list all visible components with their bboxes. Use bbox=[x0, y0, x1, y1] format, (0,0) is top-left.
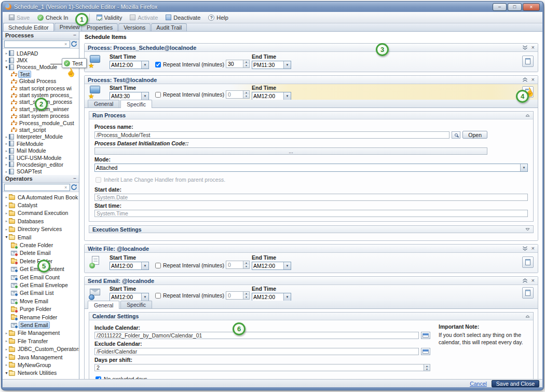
spin-down-icon[interactable]: ▼ bbox=[243, 94, 249, 98]
tree-item[interactable]: ▸Java Management bbox=[3, 353, 79, 361]
deactivate-button[interactable]: Deactivate bbox=[162, 13, 204, 22]
panel-header[interactable]: Process: Test@localnode × bbox=[85, 76, 538, 84]
operators-panel-header[interactable]: Operators− bbox=[3, 175, 79, 183]
tree-item[interactable]: ▸Procsdesign_editor bbox=[3, 161, 79, 168]
inherit-lane-change-checkbox[interactable]: Inherit Lane Change Handler from parent … bbox=[94, 177, 528, 183]
item-notes-button[interactable] bbox=[522, 287, 534, 299]
tree-item[interactable]: ▸Databases bbox=[3, 217, 79, 225]
tree-item[interactable]: Create Folder bbox=[3, 241, 79, 249]
tree-item[interactable]: ▾Email bbox=[3, 233, 79, 241]
expand-arrow-icon[interactable]: ▸ bbox=[4, 362, 9, 367]
start-time-combo[interactable]: ▼ bbox=[110, 92, 149, 100]
tab-schedule-editor[interactable]: Schedule Editor bbox=[3, 23, 54, 31]
item-notes-button[interactable] bbox=[522, 256, 534, 268]
remove-item-icon[interactable]: × bbox=[532, 77, 535, 83]
tab-specific[interactable]: Specific bbox=[120, 100, 152, 108]
save-button[interactable]: Save bbox=[5, 13, 33, 22]
chevron-double-up-icon[interactable] bbox=[522, 278, 528, 283]
interval-spinner[interactable]: ▲▼ bbox=[226, 90, 250, 99]
titlebar[interactable]: Schedule_1 (Version 1)-Schedule Editor -… bbox=[3, 2, 542, 12]
maximize-button[interactable]: □ bbox=[508, 3, 522, 11]
tree-item[interactable]: ▸CA Automated Run Book bbox=[3, 193, 79, 201]
dropdown-arrow-icon[interactable]: ▼ bbox=[141, 293, 148, 301]
spin-up-icon[interactable]: ▲ bbox=[243, 91, 249, 94]
tree-item[interactable]: ▸JDBC_Custom_Operators bbox=[3, 345, 79, 353]
start-time-input[interactable] bbox=[94, 210, 528, 217]
expand-arrow-icon[interactable]: ▸ bbox=[4, 219, 9, 223]
remove-item-icon[interactable]: × bbox=[532, 278, 535, 283]
refresh-icon[interactable] bbox=[71, 40, 77, 47]
tree-item[interactable]: ▸LDAPAD bbox=[3, 50, 79, 57]
save-and-close-button[interactable]: Save and Close bbox=[492, 380, 539, 387]
expand-arrow-icon[interactable]: ▸ bbox=[4, 203, 9, 208]
expand-arrow-icon[interactable]: ▸ bbox=[4, 51, 9, 56]
help-button[interactable]: ?Help bbox=[205, 13, 232, 22]
dataset-init-code-field[interactable]: ... bbox=[94, 147, 487, 155]
remove-item-icon[interactable]: × bbox=[532, 246, 535, 251]
tree-item[interactable]: Rename Folder bbox=[3, 313, 79, 321]
tree-item[interactable]: ▸Command Execution bbox=[3, 209, 79, 217]
tree-item[interactable]: ▸MyNewGroup bbox=[3, 361, 79, 369]
collapse-panel-icon[interactable]: − bbox=[73, 33, 76, 38]
expand-arrow-icon[interactable]: ▸ bbox=[4, 162, 9, 167]
expand-section-icon[interactable] bbox=[525, 228, 530, 231]
start-date-input[interactable] bbox=[94, 194, 528, 201]
check-in-button[interactable]: ✓Check In bbox=[34, 13, 72, 22]
end-time-combo[interactable]: ▼ bbox=[252, 92, 291, 100]
start-time-combo[interactable]: ▼ bbox=[110, 293, 149, 301]
interval-spinner[interactable]: ▲▼ bbox=[226, 60, 250, 68]
end-time-combo[interactable]: ▼ bbox=[252, 262, 291, 270]
minimize-button[interactable]: – bbox=[493, 3, 507, 11]
operator-search-input[interactable] bbox=[4, 184, 70, 191]
mode-select[interactable]: ▼ bbox=[94, 164, 528, 172]
validity-button[interactable]: Validity bbox=[93, 13, 126, 22]
dropdown-arrow-icon[interactable]: ▼ bbox=[520, 164, 527, 171]
tab-versions[interactable]: Versions bbox=[118, 23, 151, 31]
collapse-arrow-icon[interactable]: ▾ bbox=[4, 235, 9, 239]
spin-down-icon[interactable]: ▼ bbox=[424, 368, 430, 371]
spin-down-icon[interactable]: ▼ bbox=[243, 64, 249, 67]
collapse-section-icon[interactable] bbox=[525, 114, 530, 117]
tree-item[interactable]: Purge Folder bbox=[3, 305, 79, 313]
expand-arrow-icon[interactable]: ▸ bbox=[4, 331, 9, 335]
spin-down-icon[interactable]: ▼ bbox=[243, 295, 249, 299]
dropdown-arrow-icon[interactable]: ▼ bbox=[141, 262, 148, 269]
refresh-icon[interactable] bbox=[71, 184, 77, 191]
processes-panel-header[interactable]: Processes− bbox=[3, 32, 79, 39]
process-search-input[interactable] bbox=[4, 40, 70, 48]
dropdown-arrow-icon[interactable]: ▼ bbox=[283, 262, 291, 269]
cancel-link[interactable]: Cancel bbox=[470, 381, 487, 387]
collapse-section-icon[interactable] bbox=[525, 315, 530, 318]
tree-item[interactable]: Get Email Envelope bbox=[3, 281, 79, 289]
calendar-picker-icon[interactable] bbox=[421, 332, 430, 339]
tree-item[interactable]: Global Process bbox=[3, 78, 79, 85]
spin-up-icon[interactable]: ▲ bbox=[243, 261, 249, 265]
tab-specific[interactable]: Specific bbox=[120, 301, 152, 308]
repeat-interval-checkbox[interactable]: Repeat Interval (minutes) bbox=[155, 292, 224, 299]
tree-item[interactable]: ▸UCF-USM-Module bbox=[3, 154, 79, 161]
tree-item[interactable]: start script process wi bbox=[3, 85, 79, 91]
collapse-panel-icon[interactable]: − bbox=[73, 176, 76, 181]
days-per-shift-spinner[interactable]: ▲▼ bbox=[94, 364, 430, 371]
tree-item[interactable]: ▾Network Utilities bbox=[3, 369, 79, 377]
tree-item[interactable]: start system process bbox=[3, 113, 79, 119]
expand-arrow-icon[interactable]: ▸ bbox=[4, 155, 9, 160]
collapse-arrow-icon[interactable]: ▾ bbox=[4, 371, 9, 375]
expand-arrow-icon[interactable]: ▸ bbox=[4, 227, 9, 232]
spin-up-icon[interactable]: ▲ bbox=[243, 60, 249, 64]
repeat-interval-checkbox[interactable]: Repeat Interval (minutes) bbox=[155, 91, 224, 98]
expand-arrow-icon[interactable]: ▸ bbox=[4, 339, 9, 343]
interval-spinner[interactable]: ▲▼ bbox=[226, 291, 250, 300]
spin-down-icon[interactable]: ▼ bbox=[243, 265, 249, 268]
chevron-double-down-icon[interactable] bbox=[522, 246, 528, 251]
tree-item[interactable]: ▸SOAPTest bbox=[3, 168, 79, 175]
collapse-arrow-icon[interactable]: ▾ bbox=[4, 65, 9, 70]
tree-item[interactable]: ▸FileModule bbox=[3, 140, 79, 147]
tab-audit-trail[interactable]: Audit Trail bbox=[151, 23, 187, 31]
tab-general[interactable]: General bbox=[88, 100, 119, 107]
clear-search-icon[interactable]: × bbox=[64, 42, 70, 47]
tree-item[interactable]: Get Email List bbox=[3, 289, 79, 297]
dropdown-arrow-icon[interactable]: ▼ bbox=[141, 92, 148, 100]
interval-spinner[interactable]: ▲▼ bbox=[226, 261, 250, 269]
execution-settings-bar[interactable]: Execution Settings bbox=[89, 225, 534, 233]
